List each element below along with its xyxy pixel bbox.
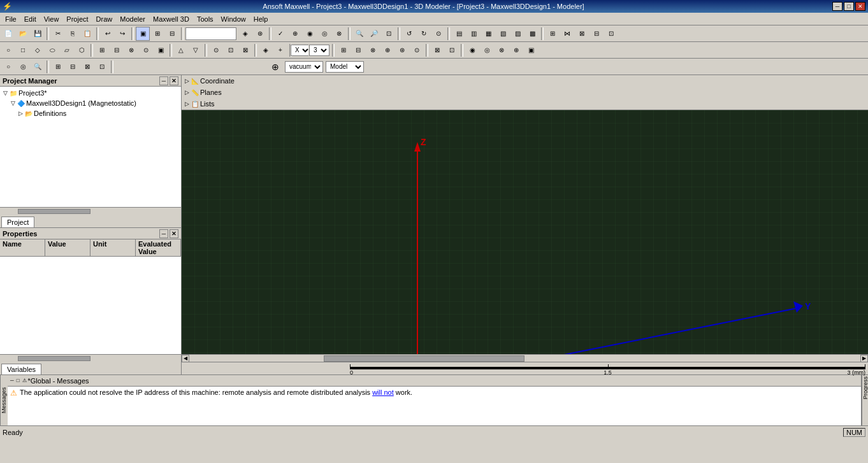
cut-button[interactable]: ✂: [51, 27, 65, 41]
prop-scrollbar-h[interactable]: [0, 354, 181, 362]
tool8[interactable]: ◎: [317, 27, 331, 41]
menu-maxwell3d[interactable]: Maxwell 3D: [149, 14, 193, 24]
tb3-6[interactable]: ⊠: [80, 60, 94, 74]
tab-variables[interactable]: Variables: [1, 364, 41, 374]
view-side[interactable]: ▥: [467, 27, 481, 41]
tool10[interactable]: ⊙: [431, 27, 445, 41]
project-scrollbar-h[interactable]: [0, 207, 181, 215]
snap4[interactable]: ⊟: [590, 27, 604, 41]
zoom-fit[interactable]: ⊡: [382, 27, 396, 41]
tool5[interactable]: ✓: [273, 27, 287, 41]
snap5[interactable]: ⊡: [604, 27, 618, 41]
tb3-3[interactable]: 🔍: [31, 60, 45, 74]
tb2-3[interactable]: ◇: [31, 43, 45, 57]
expander-definitions[interactable]: ▷: [17, 110, 24, 117]
tool3[interactable]: ◈: [238, 27, 252, 41]
select-button[interactable]: ▣: [136, 27, 150, 41]
view5[interactable]: ▨: [510, 27, 524, 41]
new-button[interactable]: 📄: [1, 27, 15, 41]
tb2-1[interactable]: ○: [1, 43, 15, 57]
view6[interactable]: ▩: [525, 27, 539, 41]
tb2-6[interactable]: ⬡: [75, 43, 89, 57]
tb2-24[interactable]: ⊙: [410, 43, 424, 57]
expand-icon[interactable]: □: [17, 378, 20, 383]
tree-definitions[interactable]: ▷ 📂 Definitions: [1, 108, 180, 118]
modeler-scrollbar-h[interactable]: ◀ ▶: [182, 354, 868, 362]
snap3[interactable]: ⊠: [575, 27, 589, 41]
menu-draw[interactable]: Draw: [92, 14, 117, 24]
tb2-12[interactable]: △: [174, 43, 188, 57]
tb3-2[interactable]: ◎: [16, 60, 30, 74]
tb2-5[interactable]: ▱: [60, 43, 74, 57]
tb3-5[interactable]: ⊟: [66, 60, 80, 74]
panel-close[interactable]: ✕: [170, 76, 178, 85]
tb2-23[interactable]: ⊛: [395, 43, 409, 57]
paste-button[interactable]: 📋: [80, 27, 94, 41]
menu-file[interactable]: File: [1, 14, 20, 24]
rotate-right[interactable]: ↻: [417, 27, 431, 41]
tb2-19[interactable]: ⊞: [336, 43, 351, 57]
view-3d[interactable]: 3D: [308, 43, 330, 57]
tool4[interactable]: ⊛: [253, 27, 267, 41]
menu-modeler[interactable]: Modeler: [116, 14, 149, 24]
message-link[interactable]: will not: [372, 388, 394, 396]
tb2-8[interactable]: ⊟: [110, 43, 124, 57]
tool9[interactable]: ⊗: [332, 27, 346, 41]
tb3-7[interactable]: ⊡: [95, 60, 109, 74]
tool7[interactable]: ◉: [303, 27, 317, 41]
tb2-18[interactable]: +: [273, 43, 287, 57]
redo-button[interactable]: ↪: [115, 27, 129, 41]
view-iso[interactable]: ▧: [496, 27, 510, 41]
zoom-out[interactable]: 🔎: [367, 27, 381, 41]
menu-tools[interactable]: Tools: [193, 14, 217, 24]
exp-coord[interactable]: ▷: [183, 77, 191, 85]
tool2[interactable]: ⊟: [165, 27, 179, 41]
tb2-9[interactable]: ⊗: [124, 43, 138, 57]
tb2-4[interactable]: ⬭: [45, 43, 59, 57]
toolbar-dropdown-1[interactable]: [185, 27, 236, 40]
tb2-29[interactable]: ⊗: [495, 43, 509, 57]
panel-minimize[interactable]: ─: [159, 76, 168, 85]
minus-icon[interactable]: ─: [10, 378, 14, 383]
tb2-26[interactable]: ⊡: [445, 43, 459, 57]
copy-button[interactable]: ⎘: [66, 27, 80, 41]
open-button[interactable]: 📂: [16, 27, 30, 41]
exp-planes[interactable]: ▷: [183, 89, 191, 96]
close-button[interactable]: ✕: [855, 2, 865, 11]
menu-edit[interactable]: Edit: [20, 14, 40, 24]
tb2-21[interactable]: ⊗: [366, 43, 380, 57]
tb2-22[interactable]: ⊕: [380, 43, 394, 57]
save-button[interactable]: 💾: [31, 27, 45, 41]
model-select[interactable]: Model: [326, 61, 364, 73]
menu-view[interactable]: View: [40, 14, 63, 24]
tb2-14[interactable]: ⊙: [209, 43, 223, 57]
snap2[interactable]: ⋈: [560, 27, 574, 41]
tb3-4[interactable]: ⊞: [51, 60, 65, 74]
tree-row-planes[interactable]: ▷ 📏 Planes: [182, 87, 868, 98]
scroll-right-btn[interactable]: ▶: [860, 355, 868, 362]
tree-row-lists[interactable]: ▷ 📋 Lists: [182, 98, 868, 110]
prop-minimize[interactable]: ─: [159, 229, 168, 238]
maximize-button[interactable]: □: [844, 2, 854, 11]
tb2-15[interactable]: ⊡: [224, 43, 238, 57]
rotate-left[interactable]: ↺: [402, 27, 416, 41]
view-select[interactable]: 3D: [309, 45, 329, 56]
scroll-left-btn[interactable]: ◀: [182, 355, 189, 362]
undo-button[interactable]: ↩: [101, 27, 115, 41]
tb2-25[interactable]: ⊠: [430, 43, 444, 57]
tool1[interactable]: ⊞: [150, 27, 164, 41]
tb2-28[interactable]: ◎: [480, 43, 494, 57]
menu-project[interactable]: Project: [62, 14, 92, 24]
tb2-27[interactable]: ◉: [465, 43, 479, 57]
view-front[interactable]: ▤: [452, 27, 466, 41]
tb2-11[interactable]: ▣: [154, 43, 168, 57]
tab-project[interactable]: Project: [1, 217, 34, 227]
exp-lists[interactable]: ▷: [183, 100, 191, 108]
tb2-31[interactable]: ▣: [524, 43, 538, 57]
scroll-thumb[interactable]: [18, 209, 90, 214]
prop-scroll-thumb[interactable]: [18, 356, 90, 361]
material-select[interactable]: vacuum: [285, 61, 323, 73]
tool6[interactable]: ⊕: [288, 27, 302, 41]
tb2-17[interactable]: ◈: [259, 43, 273, 57]
plane-xy[interactable]: XYYZXZ: [294, 43, 308, 57]
